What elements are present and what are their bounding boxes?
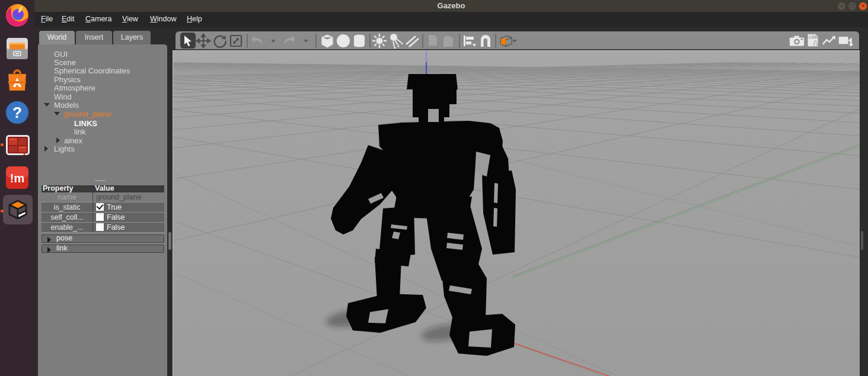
svg-text:LOG: LOG <box>809 35 817 39</box>
svg-text:!m: !m <box>10 172 24 185</box>
svg-text:?: ? <box>12 104 22 121</box>
